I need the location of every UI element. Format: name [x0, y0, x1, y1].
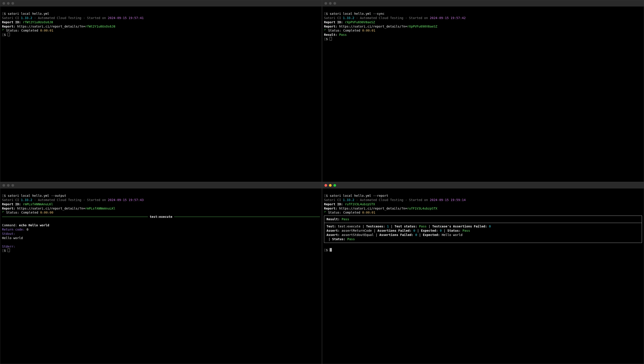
zoom-icon[interactable]	[12, 184, 14, 187]
close-icon[interactable]	[3, 2, 5, 5]
close-icon[interactable]	[325, 184, 327, 187]
stdout-label: Stdout:	[2, 232, 15, 236]
titlebar[interactable]	[0, 182, 322, 188]
assert-label: Assert:	[327, 233, 342, 236]
titlebar[interactable]	[0, 0, 322, 6]
test-status-label: Test status:	[394, 224, 419, 228]
titlebar[interactable]	[322, 0, 644, 6]
separator: |	[415, 229, 421, 232]
minimize-icon[interactable]	[7, 2, 10, 5]
terminal-output[interactable]: [$ satori local hello.yml --sync Satori …	[322, 6, 644, 182]
terminal-pane-top-right: [$ satori local hello.yml --sync Satori …	[322, 0, 644, 182]
prompt-symbol: $	[4, 12, 8, 16]
cursor-icon	[330, 37, 332, 40]
report-id-value: rXpPVFu690V8aeSZ	[345, 20, 375, 24]
report-id-value: rfWt2Y1u0UsOs6J8	[23, 20, 53, 24]
assert-name: assertStdoutEqual	[342, 233, 374, 236]
report-url-id: rmPLsfANNmAnuLKl	[85, 206, 115, 210]
spinner-icon: ⠋	[324, 29, 326, 32]
expected-value: Hello world	[442, 233, 463, 236]
report-url-id: rXpPVFu690V8aeSZ	[407, 24, 437, 28]
report-url-base: https://satori.ci/report_details/?n=	[17, 24, 85, 28]
testcases-value: 1	[387, 224, 389, 228]
terminal-pane-top-left: [$ satori local hello.yml Satori CI 1.33…	[0, 0, 322, 182]
section-title: test:execute	[150, 215, 172, 219]
report-id-label: Report ID:	[324, 20, 345, 24]
testcase-assertions-failed-value: 0	[489, 224, 491, 228]
separator: |	[361, 224, 366, 228]
assertions-failed-value: 0	[415, 233, 417, 236]
expected-value: 0	[440, 229, 442, 232]
zoom-icon[interactable]	[334, 2, 336, 5]
status-value: Pass	[463, 229, 470, 232]
banner-timestamp: 2024-09-15 19:59:14	[430, 198, 466, 202]
minimize-icon[interactable]	[7, 184, 10, 187]
terminal-pane-bottom-right: [$ satori local hello.yml --report Sator…	[322, 182, 644, 364]
report-url-base: https://satori.ci/report_details/?n=	[339, 206, 407, 210]
status-label: Status:	[332, 237, 347, 241]
banner-version: 1.33.2	[21, 16, 32, 20]
section-divider: test:execute	[2, 215, 320, 219]
command-value: echo Hello world	[19, 224, 49, 227]
report-label: Report:	[324, 24, 339, 28]
terminal-pane-bottom-left: [$ satori local hello.yml --output Sator…	[0, 182, 322, 364]
terminal-output[interactable]: [$ satori local hello.yml --output Sator…	[0, 188, 322, 364]
test-status-value: Pass	[419, 224, 427, 228]
expected-label: Expected:	[423, 233, 442, 236]
separator: |	[372, 229, 377, 232]
zoom-icon[interactable]	[334, 184, 336, 187]
separator: |	[389, 224, 394, 228]
report-label: Report:	[324, 206, 339, 210]
banner-version: 1.33.2	[343, 198, 354, 202]
minimize-icon[interactable]	[329, 2, 332, 5]
box-divider-icon	[324, 223, 642, 223]
close-icon[interactable]	[3, 184, 5, 187]
banner-timestamp: 2024-09-15 19:57:43	[108, 198, 144, 202]
return-code-value: 0	[27, 228, 29, 231]
banner-timestamp: 2024-09-15 19:57:41	[108, 16, 144, 20]
status-time: 0:00:00	[40, 211, 53, 214]
prompt-symbol: $	[4, 33, 8, 36]
banner-mid: - Automated Cloud Testing - Started on	[32, 198, 108, 202]
banner-prefix: Satori CI	[324, 16, 343, 20]
spinner-icon: ⠋	[2, 211, 4, 214]
zoom-icon[interactable]	[12, 2, 14, 5]
report-id-label: Report ID:	[2, 202, 23, 206]
prompt-symbol: $	[326, 248, 330, 252]
command-label: Command:	[2, 224, 19, 227]
assertions-failed-label: Assertions Failed:	[378, 229, 413, 232]
banner-mid: - Automated Cloud Testing - Started on	[354, 198, 430, 202]
close-icon[interactable]	[325, 2, 327, 5]
command-text: satori local hello.yml --sync	[330, 12, 384, 16]
prompt-symbol: $	[326, 37, 330, 41]
cursor-icon	[330, 248, 332, 252]
prompt-symbol: $	[4, 249, 8, 252]
prompt-symbol: $	[326, 194, 330, 198]
result-label: Result:	[327, 217, 342, 221]
titlebar[interactable]	[322, 182, 644, 188]
banner-prefix: Satori CI	[2, 198, 21, 202]
status-time: 0:00:01	[40, 29, 53, 32]
separator: |	[327, 237, 332, 241]
banner-mid: - Automated Cloud Testing - Started on	[354, 16, 430, 20]
report-id-value: rmPLsfANNmAnuLKl	[23, 202, 53, 206]
assertions-failed-value: 0	[413, 229, 415, 232]
report-id-label: Report ID:	[2, 20, 23, 24]
testcases-label: Testcases:	[366, 224, 387, 228]
terminal-output[interactable]: [$ satori local hello.yml --report Sator…	[322, 188, 644, 364]
status-value: Pass	[347, 237, 355, 241]
report-id-label: Report ID:	[324, 202, 345, 206]
return-code-label: Return code:	[2, 228, 27, 231]
banner-timestamp: 2024-09-15 19:57:42	[430, 16, 466, 20]
result-value: Pass	[342, 217, 349, 221]
test-name: test:execute	[338, 224, 361, 228]
report-label: Report:	[2, 206, 17, 210]
banner-prefix: Satori CI	[2, 16, 21, 20]
expected-label: Expected:	[421, 229, 440, 232]
terminal-output[interactable]: [$ satori local hello.yml Satori CI 1.33…	[0, 6, 322, 182]
separator: |	[442, 229, 447, 232]
minimize-icon[interactable]	[329, 184, 332, 187]
command-text: satori local hello.yml --report	[330, 194, 388, 198]
banner-prefix: Satori CI	[324, 198, 343, 202]
prompt-symbol: $	[4, 194, 8, 198]
